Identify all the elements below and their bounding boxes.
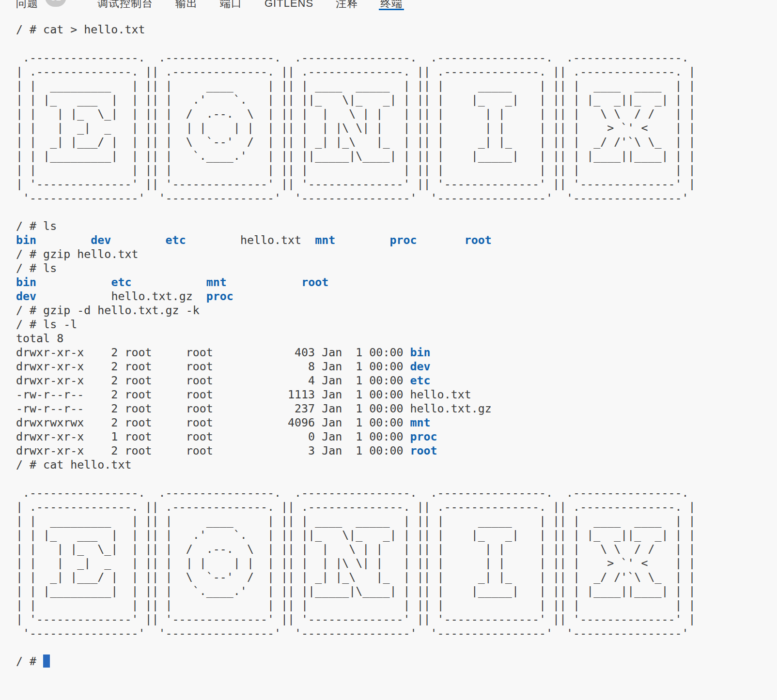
tab-label-ports: 端口 <box>220 0 242 11</box>
terminal-line: / # ls <box>16 261 777 275</box>
directory-name: mnt <box>410 416 431 429</box>
tab-comments[interactable]: 注释 <box>336 0 358 14</box>
directory-name: bin <box>16 275 36 289</box>
terminal-line: | | |_________| | || | `.____.' | || ||_… <box>16 584 777 598</box>
terminal-line: drwxr-xr-x 2 root root 4 Jan 1 00:00 etc <box>16 373 777 387</box>
terminal-text: | | | |_ \_| | || | / .--. \ | || | | \ … <box>16 542 696 555</box>
terminal-text: hello.txt <box>240 233 315 246</box>
terminal-line: | | _| |___/ | | || | \ `--' / | || | _|… <box>16 570 777 584</box>
terminal-text: total 8 <box>16 332 63 345</box>
terminal-text: '----------------' '----------------' '-… <box>16 626 696 639</box>
terminal-line: | .--------------. || .--------------. |… <box>16 500 777 514</box>
terminal-line: '----------------' '----------------' '-… <box>16 191 777 205</box>
terminal-text <box>335 233 389 246</box>
terminal-line: -rw-r--r-- 2 root root 237 Jan 1 00:00 h… <box>16 401 777 415</box>
terminal-output[interactable]: / # cat > hello.txt .----------------. .… <box>0 14 777 668</box>
tab-terminal[interactable]: 终端 <box>380 0 403 14</box>
tab-problems[interactable]: 问题31 <box>16 0 75 14</box>
terminal-text: | | | |_ \_| | || | / .--. \ | || | | \ … <box>16 107 696 120</box>
terminal-text: | | | || | | || | | || | | || | | | <box>16 163 696 176</box>
terminal-text <box>36 233 91 246</box>
terminal-text: hello.txt.gz <box>111 289 206 303</box>
terminal-line: drwxr-xr-x 2 root root 8 Jan 1 00:00 dev <box>16 359 777 373</box>
terminal-line: | '--------------' || '--------------' |… <box>16 177 777 191</box>
directory-name: mnt <box>206 275 227 289</box>
terminal-text: / # ls -l <box>16 318 77 331</box>
terminal-line: -rw-r--r-- 2 root root 1113 Jan 1 00:00 … <box>16 387 777 401</box>
terminal-text: | | |_ ___ | | || | .' `. | || ||_ \|_ _… <box>16 93 696 106</box>
terminal-line: | | | || | | || | | || | | || | | | <box>16 163 777 177</box>
terminal-text: drwxr-xr-x 2 root root 403 Jan 1 00:00 <box>16 346 410 359</box>
terminal-line: drwxr-xr-x 2 root root 403 Jan 1 00:00 b… <box>16 345 777 359</box>
terminal-text: | | |_________| | || | `.____.' | || ||_… <box>16 149 696 162</box>
terminal-text: drwxr-xr-x 2 root root 8 Jan 1 00:00 <box>16 360 410 373</box>
terminal-text <box>131 275 206 289</box>
terminal-line: | | _| |___/ | | || | \ `--' / | || | _|… <box>16 135 777 149</box>
terminal-line: | | _________ | || | ____ | || | ____ __… <box>16 78 777 92</box>
directory-name: etc <box>111 275 131 289</box>
terminal-line <box>16 205 777 219</box>
terminal-text: | | | _| _ | || | | | | | | || | | |\ \|… <box>16 121 696 134</box>
terminal-line: | '--------------' || '--------------' |… <box>16 612 777 626</box>
terminal-text <box>36 289 111 303</box>
terminal-line: / # gzip hello.txt <box>16 247 777 261</box>
directory-name: proc <box>206 289 233 303</box>
terminal-line <box>16 472 777 486</box>
terminal-line: / # ls -l <box>16 317 777 331</box>
terminal-text: | .--------------. || .--------------. |… <box>16 65 696 78</box>
tab-label-terminal: 终端 <box>380 0 403 11</box>
terminal-line <box>16 36 777 50</box>
terminal-line: '----------------' '----------------' '-… <box>16 626 777 640</box>
tab-ports[interactable]: 端口 <box>220 0 242 14</box>
tab-gitlens[interactable]: GITLENS <box>264 0 313 14</box>
terminal-text: | | _| |___/ | | || | \ `--' / | || | _|… <box>16 570 696 583</box>
directory-name: proc <box>410 430 437 443</box>
terminal-text: / # <box>16 654 43 668</box>
terminal-text: drwxrwxrwx 2 root root 4096 Jan 1 00:00 <box>16 416 410 429</box>
terminal-text: | | _________ | || | ____ | || | ____ __… <box>16 79 696 92</box>
terminal-text: drwxr-xr-x 2 root root 4 Jan 1 00:00 <box>16 374 410 387</box>
terminal-text: / # ls <box>16 219 57 232</box>
terminal-text: | | | _| _ | || | | | | | | || | | |\ \|… <box>16 556 696 569</box>
directory-name: mnt <box>315 233 335 246</box>
tab-label-comments: 注释 <box>336 0 358 11</box>
terminal-line: drwxr-xr-x 1 root root 0 Jan 1 00:00 pro… <box>16 429 777 443</box>
terminal-line: / # cat hello.txt <box>16 457 777 472</box>
terminal-text <box>227 275 301 289</box>
terminal-text: | '--------------' || '--------------' |… <box>16 177 696 190</box>
terminal-line: bin etc mnt root <box>16 275 777 289</box>
tab-label-gitlens: GITLENS <box>264 0 313 10</box>
terminal-line: .----------------. .----------------. .-… <box>16 50 777 64</box>
terminal-text <box>186 233 240 246</box>
tab-label-debug-console: 调试控制台 <box>97 0 153 11</box>
terminal-line: | | _________ | || | ____ | || | ____ __… <box>16 514 777 528</box>
terminal-text: / # cat hello.txt <box>16 458 131 471</box>
terminal-text: / # gzip -d hello.txt.gz -k <box>16 304 200 317</box>
directory-name: dev <box>16 289 36 303</box>
terminal-text: / # ls <box>16 261 57 274</box>
terminal-text: / # gzip hello.txt <box>16 247 138 260</box>
terminal-text: -rw-r--r-- 2 root root 237 Jan 1 00:00 h… <box>16 402 492 415</box>
terminal-line: | | | |_ \_| | || | / .--. \ | || | | \ … <box>16 542 777 556</box>
terminal-text: | | |_________| | || | `.____.' | || ||_… <box>16 584 696 597</box>
terminal-line: | | |_________| | || | `.____.' | || ||_… <box>16 149 777 163</box>
directory-name: bin <box>16 233 36 246</box>
terminal-line: | .--------------. || .--------------. |… <box>16 64 777 78</box>
terminal-text: '----------------' '----------------' '-… <box>16 191 696 204</box>
terminal-line: bin dev etc hello.txt mnt proc root <box>16 233 777 247</box>
tab-label-problems: 问题 <box>16 0 38 11</box>
directory-name: proc <box>389 233 417 246</box>
panel-tab-bar: 问题31调试控制台输出端口GITLENS注释终端 <box>0 0 777 14</box>
terminal-line: / # gzip -d hello.txt.gz -k <box>16 303 777 317</box>
terminal-line <box>16 640 777 654</box>
terminal-line: | | |_ ___ | | || | .' `. | || ||_ \|_ _… <box>16 92 777 107</box>
tab-debug-console[interactable]: 调试控制台 <box>97 0 153 14</box>
tab-output[interactable]: 输出 <box>175 0 198 14</box>
terminal-line: / # <box>16 654 777 668</box>
terminal-text: | '--------------' || '--------------' |… <box>16 612 696 625</box>
terminal-text: -rw-r--r-- 2 root root 1113 Jan 1 00:00 … <box>16 388 471 401</box>
terminal-text: .----------------. .----------------. .-… <box>16 51 696 64</box>
terminal-text: | .--------------. || .--------------. |… <box>16 500 696 513</box>
terminal-text <box>417 233 465 246</box>
directory-name: etc <box>410 374 431 387</box>
